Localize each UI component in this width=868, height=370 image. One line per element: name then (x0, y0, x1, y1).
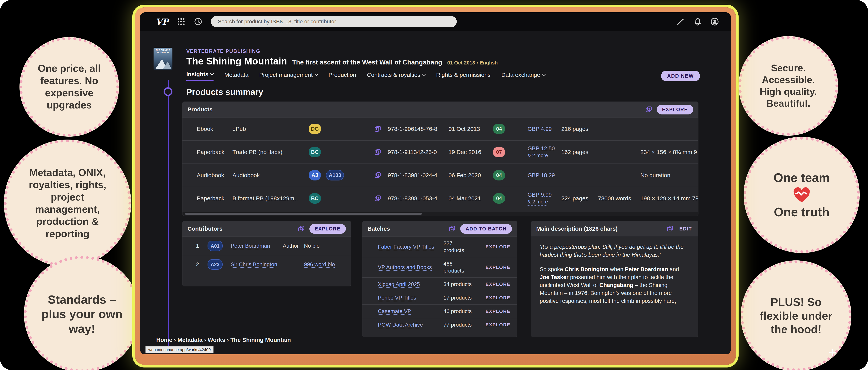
marketing-bubble-features: Metadata, ONIX, royalties, rights, proje… (4, 140, 131, 267)
batch-name-link[interactable]: Casemate VP (378, 308, 441, 315)
product-type: Paperback (197, 195, 232, 202)
batches-card-header: Batches ADD TO BATCH (363, 221, 517, 236)
mountain-art (154, 57, 173, 70)
batch-row: Casemate VP 46 products EXPLORE (363, 304, 517, 318)
book-cover-thumbnail[interactable]: THE SHINING MOUNTAIN (154, 48, 173, 70)
copy-icon[interactable] (645, 106, 652, 113)
batch-explore-button[interactable]: EXPLORE (474, 244, 510, 250)
product-pub-date: 01 Oct 2013 (448, 126, 493, 132)
contributor-role-code: A23 (208, 259, 223, 269)
tab-rights-permissions[interactable]: Rights & permissions (436, 72, 491, 81)
copy-isbn-icon[interactable] (374, 149, 381, 155)
batch-explore-button[interactable]: EXPLORE (474, 321, 510, 328)
batches-card-title: Batches (368, 225, 390, 232)
contributor-number: 1 (196, 242, 208, 250)
marketing-bubble-pricing: One price, all features. No expensive up… (20, 37, 119, 137)
batch-row: Faber Factory VP Titles 227 products EXP… (363, 236, 517, 257)
plus-mark: + (829, 345, 836, 360)
product-row[interactable]: Ebook ePub DG 978-1-906148-76-8 01 Oct 2… (183, 117, 698, 140)
product-code-badge: AJ (309, 170, 321, 180)
marketing-text: Metadata, ONIX, royalties, rights, proje… (17, 167, 118, 240)
contributor-name-link[interactable]: Sir Chris Bonington (231, 261, 283, 268)
history-icon[interactable] (194, 18, 202, 26)
tab-contracts-royalties[interactable]: Contracts & royalties (367, 72, 425, 81)
contributor-row[interactable]: 2 A23 Sir Chris Bonington 996 word bio (183, 255, 351, 274)
copy-isbn-icon[interactable] (374, 172, 381, 179)
copy-isbn-icon[interactable] (374, 195, 381, 202)
cover-title-text: THE SHINING MOUNTAIN (154, 49, 173, 54)
product-pub-date: 19 Dec 2016 (448, 149, 493, 155)
copy-icon[interactable] (449, 225, 456, 232)
product-price-link[interactable]: GBP 18.29 (528, 172, 561, 179)
timeline-line (168, 80, 169, 348)
contributor-bio-link[interactable]: 996 word bio (304, 261, 347, 268)
product-type: Paperback (197, 149, 232, 155)
product-type: Audiobook (197, 172, 232, 178)
batch-explore-button[interactable]: EXPLORE (474, 264, 510, 271)
product-row[interactable]: Paperback B format PB (198x129m… BC 978-… (183, 187, 698, 210)
batch-name-link[interactable]: Peribo VP Titles (378, 294, 441, 301)
tab-insights[interactable]: Insights (186, 71, 214, 81)
product-price-link[interactable]: GBP 4.99 (528, 125, 561, 133)
products-explore-button[interactable]: EXPLORE (657, 105, 693, 114)
search-input[interactable] (211, 16, 457, 27)
copy-icon[interactable] (298, 225, 305, 232)
product-status-badge: 04 (493, 193, 505, 204)
copy-isbn-icon[interactable] (374, 125, 381, 133)
contributor-name-link[interactable]: Peter Boardman (231, 242, 283, 250)
product-isbn: 978-1-83981-053-4 (388, 195, 448, 202)
contributor-number: 2 (196, 261, 208, 268)
product-code-badge: BC (309, 147, 321, 157)
tab-production[interactable]: Production (329, 72, 356, 81)
product-price-link[interactable]: GBP 12.50& 2 more (528, 145, 561, 159)
product-row[interactable]: Audiobook Audiobook AJ A103 978-1-83981-… (183, 164, 698, 187)
batch-name-link[interactable]: Faber Factory VP Titles (378, 244, 441, 250)
add-to-batch-button[interactable]: ADD TO BATCH (460, 224, 512, 234)
batch-explore-button[interactable]: EXPLORE (474, 281, 510, 288)
product-dimensions: 234 × 156 × 8¾ mm 9 (641, 149, 698, 155)
product-pages: 216 pages (561, 126, 598, 132)
contributor-role-code: A01 (208, 241, 223, 251)
marketing-text: One team (774, 170, 830, 185)
magic-wand-icon[interactable] (677, 18, 685, 26)
contributor-role: Author (283, 242, 304, 250)
chevron-down-icon (314, 72, 318, 76)
copy-icon[interactable] (666, 225, 674, 232)
chevron-down-icon (422, 72, 426, 76)
product-words: 78000 words (598, 195, 641, 202)
product-status: 07 (493, 147, 528, 157)
edit-description-button[interactable]: EDIT (678, 226, 693, 232)
app-topbar: VP (140, 12, 731, 31)
contributor-row[interactable]: 1 A01 Peter Boardman Author No bio (183, 236, 351, 255)
batch-row: PGW Data Archive 77 products EXPLORE (363, 318, 517, 332)
timeline-node (163, 87, 173, 96)
link-preview-tooltip: web.consonance.app/works/42409 (146, 346, 214, 353)
breadcrumb[interactable]: Home › Metadata › Works › The Shining Mo… (156, 337, 291, 343)
work-title: The Shining Mountain (186, 56, 287, 67)
batch-name-link[interactable]: PGW Data Archive (378, 321, 441, 328)
batch-explore-button[interactable]: EXPLORE (474, 294, 510, 301)
publisher-name: VERTEBRATE PUBLISHING (186, 48, 260, 54)
marketing-bubble-quality: Secure. Accessible. High quality. Beauti… (739, 36, 838, 136)
scrollbar-thumb[interactable] (185, 213, 422, 215)
app-grid-icon[interactable] (177, 18, 185, 26)
notifications-bell-icon[interactable] (693, 18, 702, 26)
product-price-link[interactable]: GBP 9.99& 2 more (528, 191, 561, 205)
add-new-button[interactable]: ADD NEW (661, 70, 700, 81)
account-icon[interactable] (710, 18, 719, 26)
product-code-badges: AJ A103 (309, 170, 374, 180)
work-title-row: The Shining Mountain The first ascent of… (186, 56, 698, 67)
product-code-badges: BC (309, 147, 374, 157)
product-isbn: 978-1-911342-25-0 (388, 149, 448, 155)
horizontal-scrollbar[interactable] (183, 212, 698, 216)
tab-data-exchange[interactable]: Data exchange (501, 72, 545, 81)
batch-name-link[interactable]: Xigxag April 2025 (378, 281, 441, 288)
batch-explore-button[interactable]: EXPLORE (474, 308, 510, 315)
contributors-explore-button[interactable]: EXPLORE (309, 224, 346, 234)
batch-name-link[interactable]: VP Authors and Books (378, 264, 441, 271)
tab-project-management[interactable]: Project management (259, 72, 318, 81)
tab-metadata[interactable]: Metadata (224, 72, 248, 81)
product-status: 04 (493, 170, 528, 180)
product-row[interactable]: Paperback Trade PB (no flaps) BC 978-1-9… (183, 140, 698, 164)
product-status-badge: 07 (493, 147, 505, 157)
